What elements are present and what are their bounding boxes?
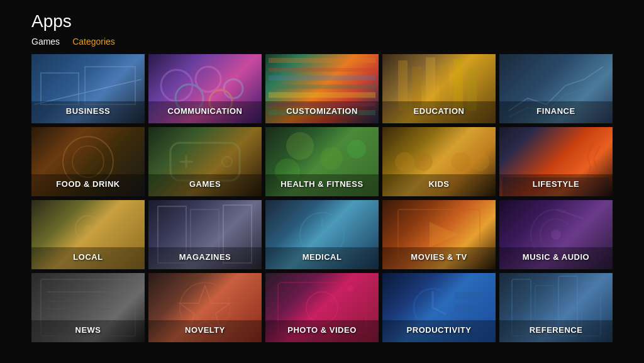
svg-point-33 — [433, 152, 452, 171]
svg-point-38 — [84, 225, 92, 232]
tile-label-reference: REFERENCE — [499, 320, 613, 342]
tile-label-games: GAMES — [148, 174, 262, 196]
tile-magazines[interactable]: MAGAZINES — [148, 200, 262, 269]
header: Apps — [0, 0, 644, 36]
tile-label-communication: COMMUNICATION — [148, 101, 262, 123]
svg-point-31 — [395, 152, 414, 171]
tile-label-magazines: MAGAZINES — [148, 247, 262, 269]
tile-communication[interactable]: COMMUNICATION — [148, 54, 262, 123]
tile-news[interactable]: NEWS — [31, 273, 145, 342]
svg-line-49 — [556, 209, 584, 219]
tile-label-education: EDUCATION — [382, 101, 496, 123]
tile-medical[interactable]: MEDICAL — [265, 200, 379, 269]
tile-customization[interactable]: CUSTOMIZATION — [265, 54, 379, 123]
nav-categories[interactable]: Categories — [72, 36, 115, 47]
svg-point-35 — [470, 152, 489, 171]
svg-point-48 — [551, 230, 561, 240]
tile-label-food: FOOD & DRINK — [31, 174, 145, 196]
nav-games[interactable]: Games — [31, 36, 60, 47]
svg-point-5 — [224, 79, 243, 98]
app-grid: BUSINESSCOMMUNICATIONCUSTOMIZATIONEDUCAT… — [0, 54, 644, 342]
svg-point-58 — [306, 292, 338, 323]
svg-point-3 — [161, 70, 192, 101]
tile-reference[interactable]: REFERENCE — [499, 273, 613, 342]
tile-label-finance: FINANCE — [499, 101, 613, 123]
tile-label-lifestyle: LIFESTYLE — [499, 174, 613, 196]
svg-rect-0 — [41, 73, 79, 104]
svg-point-27 — [286, 132, 314, 160]
svg-point-28 — [320, 147, 343, 170]
svg-point-60 — [347, 286, 353, 292]
tile-music[interactable]: MUSIC & AUDIO — [499, 200, 613, 269]
svg-rect-63 — [455, 304, 477, 312]
tile-food[interactable]: FOOD & DRINK — [31, 127, 145, 196]
tile-label-music: MUSIC & AUDIO — [499, 247, 613, 269]
tile-label-productivity: PRODUCTIVITY — [382, 320, 496, 342]
svg-line-2 — [35, 79, 142, 104]
tile-label-kids: KIDS — [382, 174, 496, 196]
tile-business[interactable]: BUSINESS — [31, 54, 145, 123]
tile-label-medical: MEDICAL — [265, 247, 379, 269]
svg-point-29 — [347, 140, 366, 159]
tile-photo[interactable]: PHOTO & VIDEO — [265, 273, 379, 342]
tile-lifestyle[interactable]: LIFESTYLE — [499, 127, 613, 196]
tile-label-movies: MOVIES & TV — [382, 247, 496, 269]
tile-movies[interactable]: MOVIES & TV — [382, 200, 496, 269]
tile-novelty[interactable]: NOVELTY — [148, 273, 262, 342]
tile-health[interactable]: HEALTH & FITNESS — [265, 127, 379, 196]
tile-label-health: HEALTH & FITNESS — [265, 174, 379, 196]
svg-point-32 — [414, 152, 433, 171]
svg-point-59 — [314, 300, 330, 315]
svg-point-24 — [222, 157, 232, 167]
svg-point-34 — [452, 152, 470, 171]
tile-label-business: BUSINESS — [31, 101, 145, 123]
tile-games[interactable]: GAMES — [148, 127, 262, 196]
tile-kids[interactable]: KIDS — [382, 127, 496, 196]
tile-label-photo: PHOTO & VIDEO — [265, 320, 379, 342]
nav: Games Categories — [0, 36, 644, 54]
tile-label-novelty: NOVELTY — [148, 320, 262, 342]
tile-label-customization: CUSTOMIZATION — [265, 101, 379, 123]
tile-label-local: LOCAL — [31, 247, 145, 269]
svg-point-22 — [72, 146, 104, 177]
tile-productivity[interactable]: PRODUCTIVITY — [382, 273, 496, 342]
tile-finance[interactable]: FINANCE — [499, 54, 613, 123]
svg-marker-45 — [430, 222, 458, 247]
tile-local[interactable]: LOCAL — [31, 200, 145, 269]
tile-education[interactable]: EDUCATION — [382, 54, 496, 123]
tile-label-news: NEWS — [31, 320, 145, 342]
svg-rect-1 — [85, 67, 135, 104]
svg-rect-62 — [455, 292, 483, 299]
app-title: Apps — [31, 11, 613, 31]
